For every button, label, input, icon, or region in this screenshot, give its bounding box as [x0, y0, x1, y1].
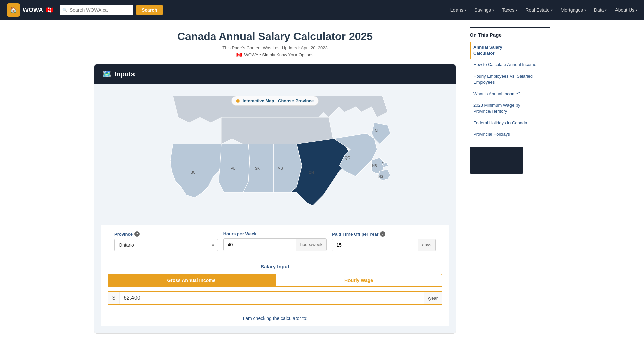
pto-input-wrapper: days — [332, 239, 436, 251]
sidebar-advertisement — [470, 147, 523, 174]
map-dot-icon — [236, 99, 240, 103]
nav-loans[interactable]: Loans ▾ — [450, 7, 466, 13]
salary-tabs: Gross Annual Income Hourly Wage — [108, 274, 442, 287]
chevron-down-icon: ▾ — [636, 8, 637, 12]
province-label: Province ? — [114, 231, 218, 237]
sidebar-item-what-is-annual[interactable]: What is Annual Income? — [470, 88, 550, 100]
hours-input[interactable] — [224, 239, 296, 251]
brand-text: WOWA • Simply Know Your Options — [244, 52, 313, 57]
sidebar-item-how-to-calculate[interactable]: How to Calculate Annual Income — [470, 59, 550, 70]
content-area: Canada Annual Salary Calculator 2025 Thi… — [94, 20, 456, 344]
pto-group: Paid Time Off per Year ? days — [332, 231, 436, 251]
brand-flag: 🇨🇦 — [236, 52, 242, 57]
hours-label: Hours per Week — [223, 231, 327, 236]
logo-icon: 🏠 — [7, 3, 20, 17]
sidebar-title: On This Page — [470, 32, 550, 38]
pto-input[interactable] — [332, 239, 418, 251]
salary-input-row: $ /year — [108, 291, 442, 305]
label-nb: NB — [372, 164, 377, 168]
calc-header-icon: 🗺️ — [102, 70, 111, 78]
main-nav: Loans ▾ Savings ▾ Taxes ▾ Real Estate ▾ … — [450, 7, 637, 13]
logo-text: WOWA — [23, 7, 43, 14]
tab-gross-annual-income[interactable]: Gross Annual Income — [108, 274, 275, 287]
nav-taxes[interactable]: Taxes ▾ — [502, 7, 518, 13]
chevron-down-icon: ▾ — [516, 8, 517, 12]
checking-text: I am checking the calculator to: — [101, 312, 449, 321]
search-area: Search — [60, 5, 163, 15]
salary-section: Salary Input Gross Annual Income Hourly … — [101, 258, 449, 312]
label-sk: SK — [255, 167, 260, 170]
label-ns: NS — [378, 175, 383, 178]
salary-section-title: Salary Input — [108, 264, 442, 269]
label-ab: AB — [231, 167, 236, 170]
map-container: Interactive Map - Choose Province — [101, 90, 449, 225]
logo[interactable]: 🏠 WOWA 🇨🇦 — [7, 3, 53, 17]
page-title: Canada Annual Salary Calculator 2025 — [94, 30, 456, 43]
sidebar-item-provincial-holidays[interactable]: Provincial Holidays — [470, 129, 550, 140]
pto-info-icon[interactable]: ? — [380, 231, 385, 237]
calculator-box: 🗺️ Inputs Interactive Map - Choose Provi… — [94, 64, 456, 334]
main-layout: Canada Annual Salary Calculator 2025 Thi… — [87, 20, 557, 344]
sidebar-item-federal-holidays[interactable]: Federal Holidays in Canada — [470, 117, 550, 129]
label-qc: QC — [345, 156, 350, 160]
salary-per-year: /year — [424, 292, 442, 304]
canada-flag: 🇨🇦 — [46, 6, 53, 14]
province-select-wrapper: Ontario British Columbia Alberta Quebec … — [114, 239, 218, 251]
province-on[interactable] — [291, 139, 350, 206]
calc-body: Interactive Map - Choose Province — [94, 84, 456, 333]
pto-unit: days — [418, 239, 435, 251]
salary-amount-input[interactable] — [120, 292, 424, 304]
search-input[interactable] — [60, 5, 133, 15]
sidebar-item-hourly-salaried[interactable]: Hourly Employees vs. Salaried Employees — [470, 71, 550, 88]
label-bc: BC — [191, 171, 196, 174]
dollar-sign-icon: $ — [108, 292, 120, 304]
sidebar-item-minimum-wage[interactable]: 2023 Minimum Wage by Province/Territory — [470, 100, 550, 117]
calc-header-title: Inputs — [115, 70, 135, 78]
inputs-grid: Province ? Ontario British Columbia Albe… — [108, 225, 442, 258]
hours-input-wrapper: hours/week — [223, 238, 327, 251]
nav-savings[interactable]: Savings ▾ — [474, 7, 494, 13]
tab-hourly-wage[interactable]: Hourly Wage — [275, 274, 442, 287]
label-pe: PE — [380, 161, 385, 165]
label-on: ON — [309, 171, 314, 174]
search-button[interactable]: Search — [136, 5, 163, 15]
hours-unit: hours/week — [296, 239, 326, 251]
chevron-down-icon: ▾ — [584, 8, 586, 12]
province-info-icon[interactable]: ? — [134, 231, 140, 237]
nav-about-us[interactable]: About Us ▾ — [615, 7, 637, 13]
chevron-down-icon: ▾ — [492, 8, 494, 12]
label-nl: NL — [375, 129, 380, 133]
chevron-down-icon: ▾ — [551, 8, 553, 12]
province-select[interactable]: Ontario British Columbia Alberta Quebec … — [114, 239, 218, 251]
nav-mortgages[interactable]: Mortgages ▾ — [561, 7, 586, 13]
pto-label: Paid Time Off per Year ? — [332, 231, 436, 237]
sidebar-on-this-page: On This Page Annual SalaryCalculator How… — [470, 27, 550, 140]
hours-group: Hours per Week hours/week — [223, 231, 327, 251]
map-label-text: Interactive Map - Choose Province — [243, 98, 314, 103]
canada-map-svg[interactable]: BC AB SK MB ON QC NL NB NS PE — [101, 90, 449, 225]
calc-header: 🗺️ Inputs — [94, 64, 456, 84]
chevron-down-icon: ▾ — [465, 8, 466, 12]
sidebar-item-annual-salary[interactable]: Annual SalaryCalculator — [470, 42, 550, 59]
chevron-down-icon: ▾ — [605, 8, 607, 12]
sidebar: On This Page Annual SalaryCalculator How… — [470, 20, 550, 344]
province-bc[interactable] — [170, 144, 224, 198]
label-mb: MB — [278, 167, 283, 170]
search-wrapper — [60, 5, 133, 15]
nav-data[interactable]: Data ▾ — [594, 7, 607, 13]
map-label[interactable]: Interactive Map - Choose Province — [231, 96, 319, 106]
province-group: Province ? Ontario British Columbia Albe… — [114, 231, 218, 251]
last-updated: This Page's Content Was Last Updated: Ap… — [94, 45, 456, 50]
page-brand: 🇨🇦 WOWA • Simply Know Your Options — [94, 52, 456, 57]
nav-real-estate[interactable]: Real Estate ▾ — [525, 7, 552, 13]
header: 🏠 WOWA 🇨🇦 Search Loans ▾ Savings ▾ Taxes… — [0, 0, 644, 20]
